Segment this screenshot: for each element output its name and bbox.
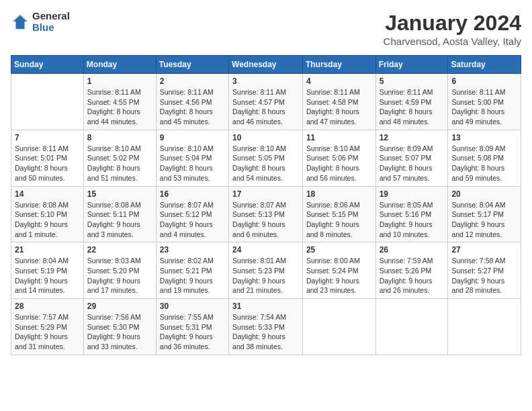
day-number: 3 — [232, 77, 299, 86]
calendar-cell: 23Sunrise: 8:02 AMSunset: 5:21 PMDayligh… — [156, 242, 228, 299]
calendar-cell: 17Sunrise: 8:07 AMSunset: 5:13 PMDayligh… — [229, 186, 303, 242]
day-info: Sunrise: 8:09 AMSunset: 5:07 PMDaylight:… — [380, 144, 445, 183]
page-header: General Blue January 2024 Charvensod, Ao… — [11, 11, 521, 47]
calendar-cell: 22Sunrise: 8:03 AMSunset: 5:20 PMDayligh… — [83, 242, 156, 299]
calendar-day-header: Tuesday — [156, 56, 228, 74]
day-number: 17 — [232, 189, 299, 199]
calendar-cell: 29Sunrise: 7:56 AMSunset: 5:30 PMDayligh… — [83, 299, 156, 355]
calendar-cell: 24Sunrise: 8:01 AMSunset: 5:23 PMDayligh… — [229, 242, 303, 299]
day-info: Sunrise: 8:11 AMSunset: 4:56 PMDaylight:… — [160, 87, 225, 127]
day-number: 5 — [380, 77, 445, 86]
calendar-cell: 4Sunrise: 8:11 AMSunset: 4:58 PMDaylight… — [302, 74, 375, 130]
calendar-cell: 20Sunrise: 8:04 AMSunset: 5:17 PMDayligh… — [448, 186, 521, 242]
calendar-cell: 26Sunrise: 7:59 AMSunset: 5:26 PMDayligh… — [375, 242, 448, 299]
day-info: Sunrise: 8:02 AMSunset: 5:21 PMDaylight:… — [160, 256, 225, 295]
calendar-cell: 7Sunrise: 8:11 AMSunset: 5:01 PMDaylight… — [11, 130, 84, 186]
day-info: Sunrise: 8:11 AMSunset: 5:00 PMDaylight:… — [451, 87, 517, 127]
day-info: Sunrise: 8:04 AMSunset: 5:19 PMDaylight:… — [15, 256, 80, 295]
logo-text: General Blue — [32, 11, 70, 33]
day-number: 16 — [160, 189, 225, 199]
logo-icon — [11, 13, 30, 32]
day-info: Sunrise: 8:10 AMSunset: 5:02 PMDaylight:… — [87, 144, 152, 183]
calendar-cell: 11Sunrise: 8:10 AMSunset: 5:06 PMDayligh… — [302, 130, 375, 186]
calendar-cell: 8Sunrise: 8:10 AMSunset: 5:02 PMDaylight… — [83, 130, 156, 186]
day-info: Sunrise: 7:54 AMSunset: 5:33 PMDaylight:… — [232, 312, 299, 352]
calendar-cell — [448, 299, 521, 355]
logo: General Blue — [11, 11, 70, 33]
day-info: Sunrise: 8:04 AMSunset: 5:17 PMDaylight:… — [451, 200, 517, 240]
day-number: 9 — [160, 133, 225, 142]
day-info: Sunrise: 8:01 AMSunset: 5:23 PMDaylight:… — [232, 256, 299, 295]
day-number: 21 — [15, 245, 80, 255]
calendar-day-header: Friday — [375, 56, 448, 74]
day-info: Sunrise: 8:11 AMSunset: 5:01 PMDaylight:… — [15, 144, 80, 183]
day-number: 12 — [380, 133, 445, 142]
day-info: Sunrise: 8:05 AMSunset: 5:16 PMDaylight:… — [380, 200, 445, 240]
day-info: Sunrise: 8:10 AMSunset: 5:04 PMDaylight:… — [160, 144, 225, 183]
day-number: 18 — [306, 189, 372, 199]
calendar-cell — [11, 74, 84, 130]
day-info: Sunrise: 7:58 AMSunset: 5:27 PMDaylight:… — [451, 256, 517, 295]
calendar-day-header: Monday — [83, 56, 156, 74]
day-info: Sunrise: 8:09 AMSunset: 5:08 PMDaylight:… — [451, 144, 517, 183]
day-number: 6 — [451, 77, 517, 86]
day-info: Sunrise: 8:06 AMSunset: 5:15 PMDaylight:… — [306, 200, 372, 240]
day-info: Sunrise: 7:56 AMSunset: 5:30 PMDaylight:… — [87, 312, 152, 352]
day-number: 30 — [160, 302, 225, 311]
day-info: Sunrise: 8:08 AMSunset: 5:10 PMDaylight:… — [15, 200, 80, 240]
svg-marker-1 — [12, 13, 28, 20]
day-info: Sunrise: 8:07 AMSunset: 5:13 PMDaylight:… — [232, 200, 299, 240]
day-number: 27 — [451, 245, 517, 255]
day-info: Sunrise: 8:08 AMSunset: 5:11 PMDaylight:… — [87, 200, 152, 240]
calendar-day-header: Wednesday — [229, 56, 303, 74]
day-info: Sunrise: 8:03 AMSunset: 5:20 PMDaylight:… — [87, 256, 152, 295]
calendar-cell: 10Sunrise: 8:10 AMSunset: 5:05 PMDayligh… — [229, 130, 303, 186]
day-number: 28 — [15, 302, 80, 311]
calendar-cell: 1Sunrise: 8:11 AMSunset: 4:55 PMDaylight… — [83, 74, 156, 130]
title-block: January 2024 Charvensod, Aosta Valley, I… — [384, 11, 521, 47]
day-number: 1 — [87, 77, 152, 86]
month-title: January 2024 — [384, 11, 521, 36]
day-number: 31 — [232, 302, 299, 311]
calendar-cell: 18Sunrise: 8:06 AMSunset: 5:15 PMDayligh… — [302, 186, 375, 242]
day-info: Sunrise: 8:00 AMSunset: 5:24 PMDaylight:… — [306, 256, 372, 295]
calendar-cell: 27Sunrise: 7:58 AMSunset: 5:27 PMDayligh… — [448, 242, 521, 299]
calendar-day-header: Thursday — [302, 56, 375, 74]
calendar-header: SundayMondayTuesdayWednesdayThursdayFrid… — [11, 56, 521, 74]
day-number: 11 — [306, 133, 372, 142]
calendar-cell: 16Sunrise: 8:07 AMSunset: 5:12 PMDayligh… — [156, 186, 228, 242]
calendar-cell: 9Sunrise: 8:10 AMSunset: 5:04 PMDaylight… — [156, 130, 228, 186]
calendar-cell — [302, 299, 375, 355]
day-number: 20 — [451, 189, 517, 199]
calendar-cell: 19Sunrise: 8:05 AMSunset: 5:16 PMDayligh… — [375, 186, 448, 242]
day-number: 29 — [87, 302, 152, 311]
day-number: 7 — [15, 133, 80, 142]
day-number: 10 — [232, 133, 299, 142]
calendar-cell: 2Sunrise: 8:11 AMSunset: 4:56 PMDaylight… — [156, 74, 228, 130]
calendar-table: SundayMondayTuesdayWednesdayThursdayFrid… — [11, 55, 521, 355]
day-info: Sunrise: 8:11 AMSunset: 4:57 PMDaylight:… — [232, 87, 299, 127]
calendar-cell: 15Sunrise: 8:08 AMSunset: 5:11 PMDayligh… — [83, 186, 156, 242]
calendar-cell: 13Sunrise: 8:09 AMSunset: 5:08 PMDayligh… — [448, 130, 521, 186]
day-number: 22 — [87, 245, 152, 255]
day-number: 8 — [87, 133, 152, 142]
day-number: 14 — [15, 189, 80, 199]
calendar-cell: 30Sunrise: 7:55 AMSunset: 5:31 PMDayligh… — [156, 299, 228, 355]
day-info: Sunrise: 8:10 AMSunset: 5:06 PMDaylight:… — [306, 144, 372, 183]
day-number: 26 — [380, 245, 445, 255]
calendar-cell: 28Sunrise: 7:57 AMSunset: 5:29 PMDayligh… — [11, 299, 84, 355]
day-number: 13 — [451, 133, 517, 142]
day-info: Sunrise: 7:57 AMSunset: 5:29 PMDaylight:… — [15, 312, 80, 352]
calendar-cell: 21Sunrise: 8:04 AMSunset: 5:19 PMDayligh… — [11, 242, 84, 299]
calendar-cell: 25Sunrise: 8:00 AMSunset: 5:24 PMDayligh… — [302, 242, 375, 299]
calendar-cell: 12Sunrise: 8:09 AMSunset: 5:07 PMDayligh… — [375, 130, 448, 186]
day-number: 24 — [232, 245, 299, 255]
logo-blue: Blue — [32, 22, 70, 34]
calendar-cell — [375, 299, 448, 355]
day-number: 23 — [160, 245, 225, 255]
day-info: Sunrise: 8:11 AMSunset: 4:55 PMDaylight:… — [87, 87, 152, 127]
day-info: Sunrise: 8:11 AMSunset: 4:59 PMDaylight:… — [380, 87, 445, 127]
calendar-cell: 3Sunrise: 8:11 AMSunset: 4:57 PMDaylight… — [229, 74, 303, 130]
day-number: 2 — [160, 77, 225, 86]
location-title: Charvensod, Aosta Valley, Italy — [384, 36, 521, 47]
